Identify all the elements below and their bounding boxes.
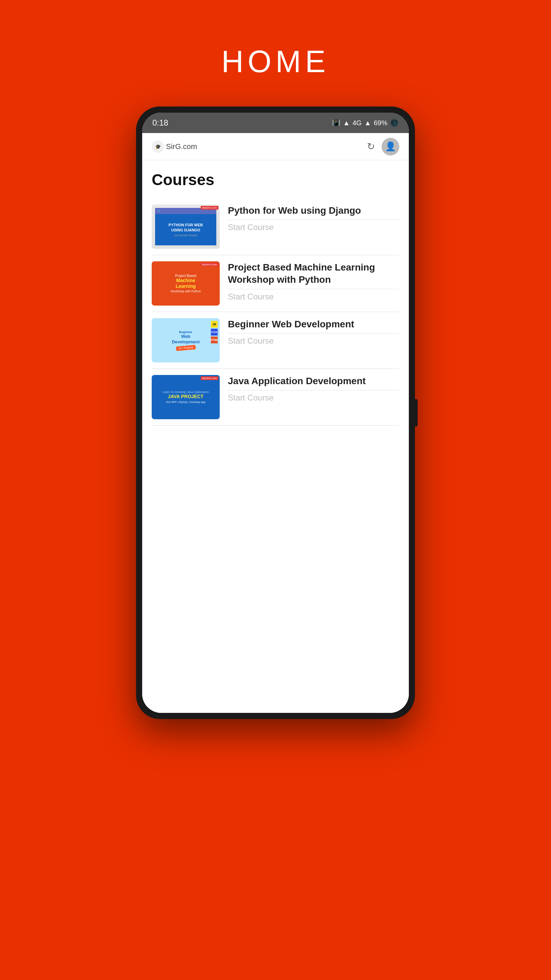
course-item[interactable]: PYTHON FOR WEBUSING DJANGO by Saurabh Sh… (152, 198, 399, 255)
thumb-2-ml-title: MachineLearning (176, 278, 195, 289)
signal-r-icon: ▲ (364, 119, 371, 127)
course-info-2: Project Based Machine Learning Workshop … (228, 261, 399, 301)
course-item-4[interactable]: Learn to Develop Java Application JAVA P… (152, 369, 399, 426)
thumb-1-subtitle: by Saurabh Shukla (174, 234, 197, 237)
logo-text: SirG.com (166, 142, 197, 151)
phone-frame: 0:18 📳 ▲ 4G ▲ 69% 🌑 🎓 SirG.com ↻ 👤 (136, 107, 415, 719)
course-info-3: Beginner Web Development Start Course (228, 318, 399, 346)
status-time: 0:18 (152, 118, 168, 127)
side-volume-indicator (415, 399, 418, 426)
vibrate-icon: 📳 (332, 119, 340, 127)
start-course-label-1[interactable]: Start Course (228, 223, 399, 232)
course-info-1: Python for Web using Django Start Course (228, 205, 399, 232)
html-badge: HTML (211, 337, 218, 343)
app-logo: 🎓 SirG.com (152, 140, 197, 153)
app-bar: 🎓 SirG.com ↻ 👤 (142, 133, 409, 160)
phone-screen: 0:18 📳 ▲ 4G ▲ 69% 🌑 🎓 SirG.com ↻ 👤 (142, 113, 409, 713)
brand-badge-1: MySirG.com (201, 206, 218, 210)
courses-content: Courses PYTHON FOR WEBUSING DJANGO by Sa… (142, 160, 409, 713)
course-item-2[interactable]: Project Based MachineLearning Workshop w… (152, 255, 399, 312)
course-name-3: Beginner Web Development (228, 318, 399, 331)
course-divider-2 (228, 289, 399, 289)
js-badge: JS (211, 321, 218, 328)
brand-badge-4: MySirG.com (201, 376, 218, 380)
course-item-3[interactable]: JS CSS HTML Beginner WebDevelopment 10+ … (152, 312, 399, 369)
thumb-dot (158, 210, 160, 212)
course-thumbnail-3: JS CSS HTML Beginner WebDevelopment 10+ … (152, 318, 220, 363)
signal-icon: ▲ (343, 119, 350, 127)
status-bar: 0:18 📳 ▲ 4G ▲ 69% 🌑 (142, 113, 409, 133)
thumb-3-title: WebDevelopment (172, 334, 200, 344)
refresh-icon[interactable]: ↻ (367, 141, 375, 152)
network-icon: 4G (353, 119, 362, 127)
course-name-4: Java Application Development (228, 375, 399, 387)
start-course-label-4[interactable]: Start Course (228, 393, 399, 402)
thumb-4-tag: Learn to Develop Java Application (163, 390, 209, 394)
course-thumbnail-4: Learn to Develop Java Application JAVA P… (152, 375, 220, 419)
tech-icons: JS CSS HTML (211, 321, 218, 343)
battery-icon: 🌑 (390, 119, 399, 127)
thumb-1-title: PYTHON FOR WEBUSING DJANGO (169, 223, 203, 232)
start-course-label-2[interactable]: Start Course (228, 292, 399, 301)
course-info-4: Java Application Development Start Cours… (228, 375, 399, 402)
app-bar-actions: ↻ 👤 (367, 138, 399, 156)
course-thumbnail-1: PYTHON FOR WEBUSING DJANGO by Saurabh Sh… (152, 205, 220, 249)
course-name-2: Project Based Machine Learning Workshop … (228, 261, 399, 286)
profile-avatar[interactable]: 👤 (382, 138, 399, 156)
thumb-2-sub: Workshop with Python (170, 290, 201, 293)
course-divider-1 (228, 220, 399, 220)
logo-symbol: 🎓 (155, 144, 161, 150)
person-icon: 👤 (385, 141, 396, 152)
thumb-4-title: JAVA PROJECT (168, 394, 204, 399)
status-icons: 📳 ▲ 4G ▲ 69% 🌑 (332, 119, 399, 127)
start-course-label-3[interactable]: Start Course (228, 336, 399, 346)
brand-badge-2: MySirG.com (201, 263, 218, 266)
css-badge: CSS (211, 329, 218, 336)
thumb-1-body: PYTHON FOR WEBUSING DJANGO by Saurabh Sh… (155, 214, 216, 245)
thumb-3-projects: 10+ Projects (176, 345, 195, 351)
section-title: Courses (152, 170, 399, 189)
page-title: HOME (221, 44, 330, 79)
course-name-1: Python for Web using Django (228, 205, 399, 217)
thumb-3-pre: Beginner (179, 331, 192, 334)
course-thumbnail-2: Project Based MachineLearning Workshop w… (152, 261, 220, 305)
course-divider-4 (228, 390, 399, 390)
course-divider-3 (228, 333, 399, 334)
logo-circle: 🎓 (152, 140, 164, 153)
thumb-2-tag: Project Based (175, 274, 196, 278)
battery-level: 69% (374, 119, 387, 127)
thumb-4-sub: GUI APP | MySQL | Desktop app (166, 401, 205, 404)
